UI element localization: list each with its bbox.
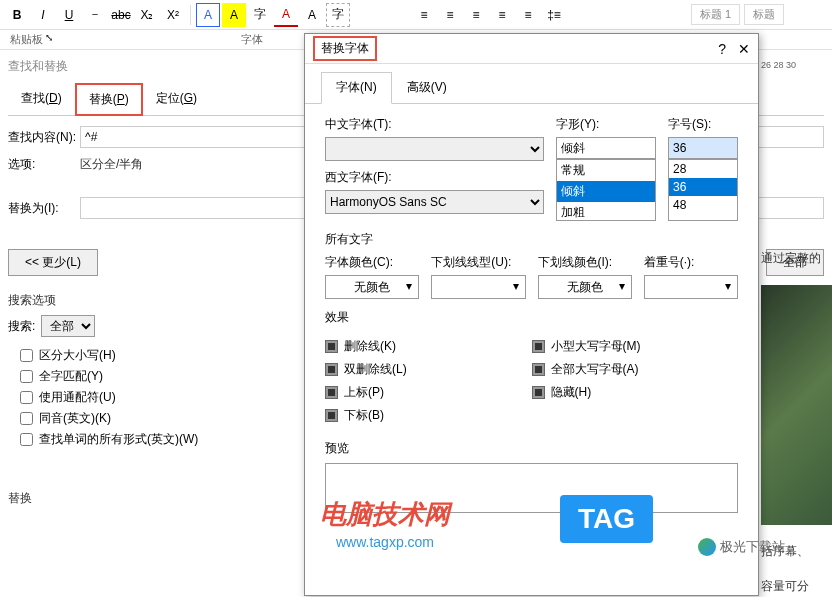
superscript-label: 上标(P): [344, 384, 384, 401]
doc-text-line: 括序幕、: [761, 543, 828, 560]
tab-advanced[interactable]: 高级(V): [392, 72, 462, 103]
ribbon-toolbar: B I U － abc X₂ X² A A 字 A A 字 ≡ ≡ ≡ ≡ ≡ …: [0, 0, 832, 30]
document-background: 26 28 30 通过完整的 括序幕、 容量可分 按照表现: [757, 60, 832, 597]
font-size-listbox[interactable]: 28 36 48: [668, 159, 738, 221]
emphasis-select[interactable]: [644, 275, 738, 299]
font-style-listbox[interactable]: 常规 倾斜 加粗: [556, 159, 656, 221]
search-scope-label: 搜索:: [8, 318, 35, 335]
align-justify-button[interactable]: ≡: [490, 3, 514, 27]
clipboard-section-label: 粘贴板: [10, 32, 43, 47]
less-button[interactable]: << 更少(L): [8, 249, 98, 276]
highlight-button[interactable]: A: [222, 3, 246, 27]
wildcard-label: 使用通配符(U): [39, 389, 116, 406]
allcaps-label: 全部大写字母(A): [551, 361, 639, 378]
font-color-button[interactable]: A: [274, 3, 298, 27]
underline-style-label: 下划线线型(U):: [431, 254, 525, 271]
font-dialog: 替换字体 ? ✕ 字体(N) 高级(V) 中文字体(T): 西文字体(F): H…: [304, 33, 759, 596]
options-label: 选项:: [8, 156, 80, 173]
find-content-label: 查找内容(N):: [8, 129, 80, 146]
search-scope-select[interactable]: 全部: [41, 315, 95, 337]
chinese-font-select[interactable]: [325, 137, 544, 161]
char-shading-button[interactable]: 字: [248, 3, 272, 27]
line-spacing-button[interactable]: ‡≡: [542, 3, 566, 27]
case-checkbox[interactable]: [20, 349, 33, 362]
sounds-like-label: 同音(英文)(K): [39, 410, 111, 427]
close-button[interactable]: ✕: [738, 41, 750, 57]
size-option[interactable]: 36: [669, 178, 737, 196]
style-option-italic[interactable]: 倾斜: [557, 181, 655, 202]
font-style-label: 字形(Y):: [556, 116, 656, 133]
clear-format-button[interactable]: A: [300, 3, 324, 27]
font-size-label: 字号(S):: [668, 116, 738, 133]
preview-label: 预览: [325, 440, 738, 457]
strike-label: 删除线(K): [344, 338, 396, 355]
emphasis-label: 着重号(·):: [644, 254, 738, 271]
whole-word-checkbox[interactable]: [20, 370, 33, 383]
superscript-button[interactable]: X²: [161, 3, 185, 27]
text-effect-button[interactable]: A: [196, 3, 220, 27]
font-style-input[interactable]: [556, 137, 656, 159]
hidden-checkbox[interactable]: [532, 386, 545, 399]
dialog-titlebar: 替换字体 ? ✕: [305, 34, 758, 64]
all-text-label: 所有文字: [325, 231, 738, 248]
underline-button[interactable]: U: [57, 3, 81, 27]
italic-button[interactable]: I: [31, 3, 55, 27]
document-image: [761, 285, 832, 525]
align-left-button[interactable]: ≡: [412, 3, 436, 27]
size-option[interactable]: 48: [669, 196, 737, 214]
case-label: 区分大小写(H): [39, 347, 116, 364]
subscript-button[interactable]: X₂: [135, 3, 159, 27]
font-size-input[interactable]: [668, 137, 738, 159]
dblstrike-checkbox[interactable]: [325, 363, 338, 376]
style-heading[interactable]: 标题: [744, 4, 784, 25]
word-forms-label: 查找单词的所有形式(英文)(W): [39, 431, 198, 448]
strike-checkbox[interactable]: [325, 340, 338, 353]
subscript-checkbox[interactable]: [325, 409, 338, 422]
wildcard-checkbox[interactable]: [20, 391, 33, 404]
allcaps-checkbox[interactable]: [532, 363, 545, 376]
ruler: 26 28 30: [757, 60, 832, 78]
dblstrike-label: 双删除线(L): [344, 361, 407, 378]
tab-font[interactable]: 字体(N): [321, 72, 392, 104]
size-option[interactable]: 28: [669, 160, 737, 178]
style-heading1[interactable]: 标题 1: [691, 4, 740, 25]
font-color-label: 字体颜色(C):: [325, 254, 419, 271]
underline-color-label: 下划线颜色(I):: [538, 254, 632, 271]
font-color-select[interactable]: 无颜色: [325, 275, 419, 299]
underline-color-select[interactable]: 无颜色: [538, 275, 632, 299]
font-section-label: 字体: [241, 32, 263, 47]
subscript-label: 下标(B): [344, 407, 384, 424]
align-center-button[interactable]: ≡: [438, 3, 462, 27]
style-option-bold[interactable]: 加粗: [557, 202, 655, 221]
align-right-button[interactable]: ≡: [464, 3, 488, 27]
tab-replace[interactable]: 替换(P): [75, 83, 143, 116]
effects-label: 效果: [325, 309, 738, 326]
sounds-like-checkbox[interactable]: [20, 412, 33, 425]
underline-style-select[interactable]: [431, 275, 525, 299]
preview-box: [325, 463, 738, 513]
help-button[interactable]: ?: [718, 41, 726, 57]
distribute-button[interactable]: ≡: [516, 3, 540, 27]
style-option-regular[interactable]: 常规: [557, 160, 655, 181]
smallcaps-label: 小型大写字母(M): [551, 338, 641, 355]
dialog-title: 替换字体: [321, 41, 369, 55]
launcher-icon[interactable]: ⤡: [45, 32, 53, 47]
hidden-label: 隐藏(H): [551, 384, 592, 401]
separator: [190, 5, 191, 25]
word-forms-checkbox[interactable]: [20, 433, 33, 446]
dash-button[interactable]: －: [83, 3, 107, 27]
doc-text-line: 通过完整的: [761, 250, 828, 267]
tab-find[interactable]: 查找(D): [8, 83, 75, 115]
western-font-select[interactable]: HarmonyOS Sans SC: [325, 190, 544, 214]
replace-with-label: 替换为(I):: [8, 200, 80, 217]
superscript-checkbox[interactable]: [325, 386, 338, 399]
strikethrough-button[interactable]: abc: [109, 3, 133, 27]
bold-button[interactable]: B: [5, 3, 29, 27]
smallcaps-checkbox[interactable]: [532, 340, 545, 353]
options-value: 区分全/半角: [80, 156, 143, 173]
whole-word-label: 全字匹配(Y): [39, 368, 103, 385]
font-dialog-tabs: 字体(N) 高级(V): [305, 64, 758, 104]
tab-goto[interactable]: 定位(G): [143, 83, 210, 115]
enclose-char-button[interactable]: 字: [326, 3, 350, 27]
western-font-label: 西文字体(F):: [325, 169, 544, 186]
